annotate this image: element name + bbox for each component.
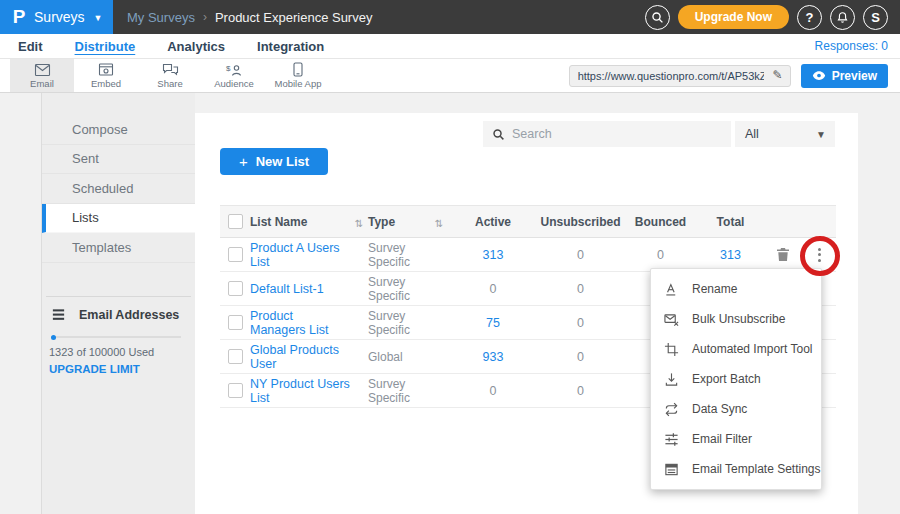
- list-type: Survey Specific: [368, 241, 430, 269]
- new-list-button[interactable]: + New List: [220, 148, 328, 175]
- row-checkbox[interactable]: [228, 383, 243, 398]
- list-name-link[interactable]: Product A Users List: [250, 241, 350, 269]
- list-type: Survey Specific: [368, 377, 430, 405]
- email-addresses-divider: [46, 296, 191, 297]
- unsubscribed-count: 0: [538, 282, 623, 296]
- preview-label: Preview: [832, 69, 877, 83]
- list-search: [483, 121, 731, 147]
- list-type: Survey Specific: [368, 275, 430, 303]
- row-checkbox[interactable]: [228, 281, 243, 296]
- active-count[interactable]: 933: [448, 350, 538, 364]
- page-title: Product Experience Survey: [215, 10, 373, 25]
- email-template-settings-icon: [664, 462, 679, 477]
- table-header-row: List Name ⇅ Type ⇅ Active Unsubscribed B…: [220, 205, 836, 238]
- menu-item-label: Email Template Settings: [692, 462, 821, 476]
- responses-count: Responses: 0: [815, 39, 888, 53]
- delete-list-button[interactable]: [776, 247, 790, 262]
- new-list-label: New List: [256, 154, 309, 169]
- bounced-count: 0: [623, 248, 698, 262]
- email-addresses-title: Email Addresses: [79, 308, 179, 322]
- menu-item-label: Bulk Unsubscribe: [692, 312, 785, 326]
- list-name-link[interactable]: NY Product Users List: [250, 377, 350, 405]
- data-sync-icon: [664, 402, 679, 417]
- active-count[interactable]: 75: [448, 316, 538, 330]
- menu-item-email-template-settings[interactable]: Email Template Settings: [651, 454, 821, 484]
- toolbar-tab-label: Audience: [214, 78, 254, 89]
- column-unsubscribed: Unsubscribed: [538, 215, 623, 229]
- sidebar-item-templates[interactable]: Templates: [42, 233, 195, 263]
- email-usage-text: 1323 of 100000 Used: [49, 346, 154, 358]
- notifications-bell-icon[interactable]: [830, 5, 855, 30]
- active-count[interactable]: 0: [448, 282, 538, 296]
- toolbar-tab-share[interactable]: Share: [138, 59, 202, 92]
- toolbar-tab-audience[interactable]: $ Audience: [202, 59, 266, 92]
- active-count[interactable]: 313: [448, 248, 538, 262]
- sort-icon[interactable]: ⇅: [435, 218, 443, 229]
- menu-item-rename[interactable]: Rename: [651, 274, 821, 304]
- questionpro-logo-icon: P: [13, 8, 26, 26]
- column-type[interactable]: Type: [368, 215, 430, 229]
- export-batch-icon: [664, 372, 679, 387]
- tab-analytics[interactable]: Analytics: [167, 39, 225, 54]
- tab-distribute[interactable]: Distribute: [75, 39, 136, 54]
- sidebar-item-scheduled[interactable]: Scheduled: [42, 174, 195, 204]
- tab-edit[interactable]: Edit: [18, 39, 43, 54]
- svg-text:$: $: [226, 63, 231, 72]
- select-all-checkbox[interactable]: [228, 214, 243, 229]
- survey-nav: Edit Distribute Analytics Integration Re…: [0, 34, 900, 59]
- toolbar-tab-label: Email: [30, 78, 54, 89]
- menu-item-label: Email Filter: [692, 432, 752, 446]
- tab-integration[interactable]: Integration: [257, 39, 324, 54]
- toolbar-tab-embed[interactable]: Embed: [74, 59, 138, 92]
- product-menu-label: Surveys: [34, 9, 85, 25]
- toolbar-tab-mobile-app[interactable]: Mobile App: [266, 59, 330, 92]
- active-count[interactable]: 0: [448, 384, 538, 398]
- table-row: Product A Users List Survey Specific 313…: [220, 238, 836, 272]
- search-input[interactable]: [512, 127, 731, 141]
- upgrade-now-button[interactable]: Upgrade Now: [678, 5, 789, 29]
- upgrade-limit-link[interactable]: UPGRADE LIMIT: [49, 363, 140, 375]
- menu-item-data-sync[interactable]: Data Sync: [651, 394, 821, 424]
- menu-item-email-filter[interactable]: Email Filter: [651, 424, 821, 454]
- row-actions-menu-button[interactable]: [814, 244, 825, 266]
- embed-icon: [98, 63, 114, 77]
- toolbar-tab-label: Embed: [91, 78, 121, 89]
- sidebar: Compose Sent Scheduled Lists Templates E…: [42, 93, 195, 514]
- row-checkbox[interactable]: [228, 349, 243, 364]
- menu-item-automated-import-tool[interactable]: Automated Import Tool: [651, 334, 821, 364]
- list-type: Survey Specific: [368, 309, 430, 337]
- search-icon[interactable]: [645, 5, 670, 30]
- filter-value: All: [745, 127, 759, 141]
- column-bounced: Bounced: [623, 215, 698, 229]
- toolbar-right: ✎ Preview: [569, 59, 888, 92]
- product-switcher[interactable]: P Surveys ▼: [0, 0, 113, 34]
- total-count[interactable]: 313: [698, 248, 763, 262]
- sidebar-item-compose[interactable]: Compose: [42, 115, 195, 145]
- list-name-link[interactable]: Global Products User: [250, 343, 350, 371]
- help-button[interactable]: ?: [797, 5, 822, 30]
- list-name-link[interactable]: Product Managers List: [250, 309, 350, 337]
- preview-button[interactable]: Preview: [801, 64, 888, 88]
- avatar[interactable]: S: [863, 5, 888, 30]
- menu-item-bulk-unsubscribe[interactable]: Bulk Unsubscribe: [651, 304, 821, 334]
- top-header: P Surveys ▼ My Surveys › Product Experie…: [0, 0, 900, 34]
- toolbar-tab-email[interactable]: Email: [10, 59, 74, 92]
- sidebar-item-sent[interactable]: Sent: [42, 145, 195, 175]
- row-checkbox[interactable]: [228, 315, 243, 330]
- survey-url-input[interactable]: [569, 65, 791, 87]
- edit-url-pencil-icon[interactable]: ✎: [768, 67, 788, 84]
- breadcrumb-my-surveys[interactable]: My Surveys: [127, 10, 195, 25]
- survey-url-field: ✎: [569, 65, 791, 87]
- list-name-link[interactable]: Default List-1: [250, 282, 350, 296]
- email-usage-progress-fill: [51, 335, 56, 340]
- automated-import-icon: [664, 342, 679, 357]
- row-checkbox[interactable]: [228, 247, 243, 262]
- menu-item-export-batch[interactable]: Export Batch: [651, 364, 821, 394]
- bulk-unsubscribe-icon: [664, 312, 679, 327]
- sort-icon[interactable]: ⇅: [355, 218, 363, 229]
- sidebar-item-lists[interactable]: Lists: [42, 204, 195, 234]
- email-icon: [34, 63, 51, 77]
- column-list-name[interactable]: List Name: [250, 215, 350, 229]
- menu-item-label: Data Sync: [692, 402, 747, 416]
- list-filter-dropdown[interactable]: All ▼: [735, 121, 835, 147]
